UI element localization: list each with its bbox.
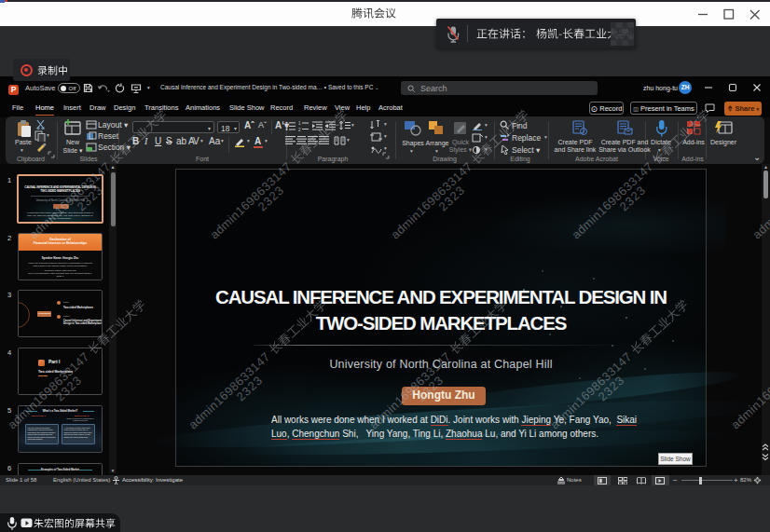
svg-text:2: 2 xyxy=(298,128,301,132)
svg-text:1: 1 xyxy=(298,121,301,126)
